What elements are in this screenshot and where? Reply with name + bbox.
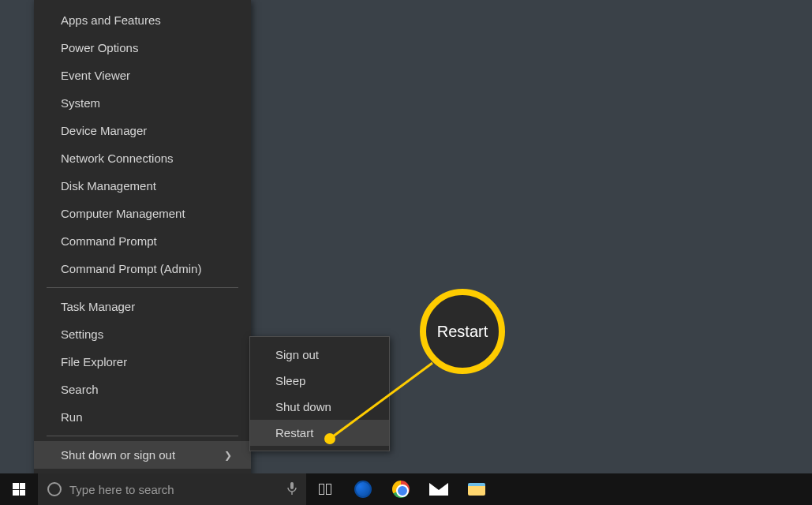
task-view-button[interactable] — [306, 473, 344, 505]
microphone-icon[interactable] — [287, 481, 297, 498]
windows-logo-icon — [13, 483, 25, 496]
menu-item-label: Run — [61, 410, 83, 424]
taskbar-app-file-explorer[interactable] — [458, 473, 496, 505]
taskbar-app-chrome[interactable] — [382, 473, 420, 505]
menu-separator — [47, 287, 238, 288]
taskbar-app-mail[interactable] — [420, 473, 458, 505]
menu-item-power-options[interactable]: Power Options — [34, 34, 251, 62]
menu-item-label: File Explorer — [61, 355, 127, 368]
search-placeholder-text: Type here to search — [69, 483, 174, 496]
menu-item-label: Disk Management — [61, 179, 156, 193]
menu-item-shutdown-signout[interactable]: Shut down or sign out ❯ — [34, 441, 251, 469]
menu-item-label: Power Options — [61, 41, 138, 54]
taskbar-app-edge[interactable] — [344, 473, 382, 505]
menu-item-device-manager[interactable]: Device Manager — [34, 117, 251, 144]
menu-item-command-prompt[interactable]: Command Prompt — [34, 227, 251, 255]
menu-item-system[interactable]: System — [34, 89, 251, 117]
winx-context-menu: Apps and Features Power Options Event Vi… — [34, 0, 251, 503]
submenu-item-label: Sleep — [275, 374, 305, 387]
submenu-item-label: Sign out — [275, 348, 319, 361]
mail-icon — [429, 483, 448, 496]
menu-item-label: Network Connections — [61, 152, 174, 165]
menu-separator — [47, 436, 238, 436]
taskbar: Type here to search — [0, 473, 812, 505]
start-button[interactable] — [0, 473, 38, 505]
submenu-item-label: Shut down — [275, 400, 331, 413]
menu-item-label: Shut down or sign out — [61, 448, 175, 462]
menu-item-command-prompt-admin[interactable]: Command Prompt (Admin) — [34, 255, 251, 282]
menu-item-settings[interactable]: Settings — [34, 320, 251, 348]
taskbar-search-box[interactable]: Type here to search — [38, 473, 306, 505]
menu-item-label: Command Prompt (Admin) — [61, 262, 201, 275]
annotation-callout-circle: Restart — [420, 289, 505, 374]
submenu-item-label: Restart — [275, 426, 313, 440]
svg-rect-1 — [290, 482, 294, 489]
menu-item-search[interactable]: Search — [34, 376, 251, 403]
chevron-right-icon: ❯ — [224, 450, 232, 461]
menu-item-network-connections[interactable]: Network Connections — [34, 144, 251, 172]
shutdown-submenu: Sign out Sleep Shut down Restart — [249, 336, 390, 451]
menu-item-label: Search — [61, 383, 99, 396]
annotation-label: Restart — [437, 323, 488, 341]
menu-item-label: Command Prompt — [61, 234, 157, 248]
menu-item-disk-management[interactable]: Disk Management — [34, 172, 251, 200]
menu-item-label: Computer Management — [61, 207, 185, 220]
task-view-icon — [319, 484, 331, 495]
submenu-item-restart[interactable]: Restart — [250, 420, 389, 446]
menu-item-run[interactable]: Run — [34, 403, 251, 431]
menu-item-label: System — [61, 96, 100, 110]
annotation-dot — [324, 433, 335, 444]
cortana-circle-icon — [47, 482, 62, 496]
submenu-item-sleep[interactable]: Sleep — [250, 368, 389, 394]
menu-item-file-explorer[interactable]: File Explorer — [34, 348, 251, 376]
chrome-icon — [392, 481, 410, 498]
menu-item-event-viewer[interactable]: Event Viewer — [34, 62, 251, 89]
submenu-item-shut-down[interactable]: Shut down — [250, 394, 389, 420]
menu-item-label: Device Manager — [61, 124, 147, 137]
menu-item-task-manager[interactable]: Task Manager — [34, 293, 251, 320]
menu-item-apps-features[interactable]: Apps and Features — [34, 6, 251, 34]
menu-item-computer-management[interactable]: Computer Management — [34, 200, 251, 227]
menu-item-label: Settings — [61, 327, 103, 341]
file-explorer-icon — [468, 483, 485, 496]
edge-icon — [354, 481, 372, 498]
menu-item-label: Task Manager — [61, 300, 135, 313]
menu-item-label: Event Viewer — [61, 69, 130, 82]
menu-item-label: Apps and Features — [61, 13, 161, 27]
submenu-item-sign-out[interactable]: Sign out — [250, 342, 389, 368]
